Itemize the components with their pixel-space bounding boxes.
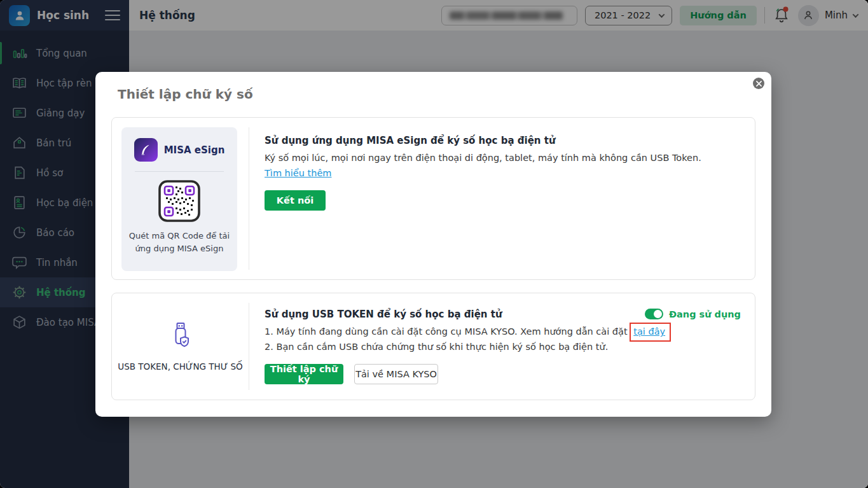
setup-signature-button[interactable]: Thiết lập chữ ký xyxy=(265,364,343,384)
usb-step-1: 1. Máy tính đang dùng cần cài đặt công c… xyxy=(265,326,665,337)
card-divider xyxy=(249,127,249,270)
esign-logo-label: MISA eSign xyxy=(164,144,225,156)
card-divider xyxy=(249,303,249,390)
annotation-highlight-box: tại đây xyxy=(630,323,671,342)
qr-code xyxy=(158,180,200,222)
usb-side-label: USB TOKEN, CHỨNG THƯ SỐ xyxy=(118,361,242,372)
esign-panel: MISA eSign xyxy=(121,127,237,271)
usb-toggle-row: Đang sử dụng xyxy=(645,309,741,319)
usb-step-2: 2. Bạn cần cắm USB chứa chứng thư số khi… xyxy=(265,342,608,352)
esign-heading: Sử dụng ứng dụng MISA eSign để ký số học… xyxy=(265,135,556,146)
usb-token-icon xyxy=(166,321,195,352)
usb-side-panel: USB TOKEN, CHỨNG THƯ SỐ xyxy=(112,293,249,400)
usb-enabled-toggle[interactable] xyxy=(645,309,663,319)
usb-token-card: USB TOKEN, CHỨNG THƯ SỐ Sử dụng USB TOKE… xyxy=(111,293,755,400)
panel-divider xyxy=(135,171,224,172)
connect-button[interactable]: Kết nối xyxy=(265,190,326,211)
qr-caption: Quét mã QR Code để tải ứng dụng MISA eSi… xyxy=(129,230,230,255)
digital-signature-modal: Thiết lập chữ ký số MISA eSign xyxy=(95,72,771,417)
esign-card: MISA eSign xyxy=(111,117,755,280)
usb-heading: Sử dụng USB TOKEN để ký số học bạ điện t… xyxy=(265,309,502,320)
app-window: Học sinh Tổng quan Họ xyxy=(0,0,868,488)
close-icon[interactable] xyxy=(753,78,764,89)
download-kyso-button[interactable]: Tải về MISA KYSO xyxy=(354,364,438,384)
esign-description: Ký số mọi lúc, mọi nơi ngay trên điện th… xyxy=(265,153,701,163)
learn-more-link[interactable]: Tìm hiểu thêm xyxy=(265,168,331,178)
tai-day-link[interactable]: tại đây xyxy=(633,326,665,337)
usb-toggle-label: Đang sử dụng xyxy=(669,309,741,319)
modal-title: Thiết lập chữ ký số xyxy=(118,87,253,102)
misa-esign-logo-icon xyxy=(134,138,158,162)
